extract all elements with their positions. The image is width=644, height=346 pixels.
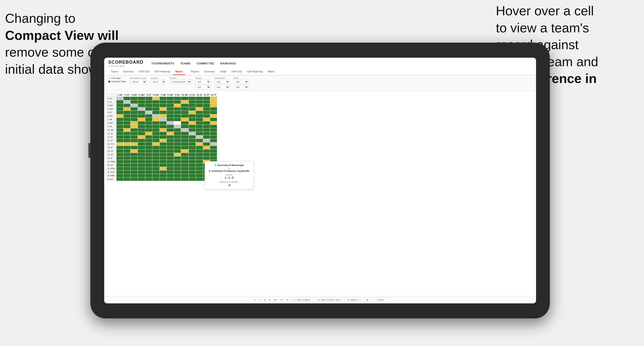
- matrix-cell[interactable]: [189, 118, 196, 121]
- matrix-cell[interactable]: [116, 139, 124, 142]
- matrix-cell[interactable]: [131, 139, 138, 142]
- matrix-cell[interactable]: [145, 178, 152, 181]
- matrix-cell[interactable]: [160, 178, 167, 181]
- matrix-cell[interactable]: [203, 107, 210, 111]
- matrix-cell[interactable]: [210, 97, 217, 100]
- matrix-cell[interactable]: [131, 178, 138, 181]
- matrix-cell[interactable]: [160, 135, 167, 139]
- matrix-cell[interactable]: [160, 128, 167, 132]
- matrix-cell[interactable]: [210, 121, 217, 125]
- matrix-cell[interactable]: [210, 107, 217, 111]
- matrix-cell[interactable]: [160, 118, 167, 121]
- matrix-cell[interactable]: [116, 160, 124, 163]
- toolbar-undo[interactable]: ↩: [254, 299, 256, 301]
- toolbar-view-original[interactable]: ⊙ View: Original: [291, 298, 313, 302]
- matrix-cell[interactable]: [138, 149, 145, 153]
- matrix-cell[interactable]: [174, 132, 181, 135]
- matrix-cell[interactable]: [203, 128, 210, 132]
- matrix-cell[interactable]: [203, 97, 210, 100]
- tab-detail[interactable]: Detail: [217, 69, 229, 75]
- matrix-cell[interactable]: [138, 118, 145, 121]
- matrix-cell[interactable]: [189, 121, 196, 125]
- matrix-cell[interactable]: [210, 104, 217, 107]
- matrix-cell[interactable]: [152, 132, 160, 135]
- matrix-cell[interactable]: [196, 163, 203, 167]
- matrix-cell[interactable]: [131, 132, 138, 135]
- matrix-cell[interactable]: [145, 128, 152, 132]
- matrix-cell[interactable]: [181, 114, 189, 118]
- matrix-cell[interactable]: [160, 114, 167, 118]
- matrix-cell[interactable]: [189, 100, 196, 104]
- matrix-cell[interactable]: [181, 111, 189, 114]
- matrix-cell[interactable]: [131, 153, 138, 156]
- matrix-cell[interactable]: [181, 121, 189, 125]
- matrix-cell[interactable]: [116, 114, 124, 118]
- matrix-cell[interactable]: [116, 107, 124, 111]
- matrix-cell[interactable]: [124, 149, 131, 153]
- matrix-cell[interactable]: [196, 121, 203, 125]
- select-division[interactable]: NCAA Division I: [170, 80, 192, 84]
- matrix-cell[interactable]: [145, 139, 152, 142]
- matrix-cell[interactable]: [124, 97, 131, 100]
- matrix-cell[interactable]: [181, 100, 189, 104]
- matrix-cell[interactable]: [196, 128, 203, 132]
- matrix-cell[interactable]: [196, 142, 203, 146]
- radio-circle-compact[interactable]: [108, 80, 110, 83]
- matrix-cell[interactable]: [145, 97, 152, 100]
- matrix-cell[interactable]: [174, 174, 181, 178]
- matrix-cell[interactable]: [210, 153, 217, 156]
- toolbar-zoom-in[interactable]: ⊡+: [274, 299, 277, 301]
- matrix-cell[interactable]: [167, 170, 174, 174]
- radio-circle-full[interactable]: [108, 77, 110, 79]
- select-conference[interactable]: (All): [215, 80, 230, 84]
- matrix-cell[interactable]: [196, 97, 203, 100]
- matrix-cell[interactable]: [145, 146, 152, 149]
- tab-h2h-grid2[interactable]: H2H Grid: [229, 69, 244, 75]
- matrix-cell[interactable]: [152, 142, 160, 146]
- matrix-cell[interactable]: [116, 121, 124, 125]
- matrix-cell[interactable]: [196, 125, 203, 128]
- matrix-cell[interactable]: [131, 118, 138, 121]
- matrix-cell[interactable]: [210, 128, 217, 132]
- matrix-cell[interactable]: [189, 97, 196, 100]
- matrix-cell[interactable]: [167, 178, 174, 181]
- matrix-cell[interactable]: [145, 160, 152, 163]
- matrix-cell[interactable]: [152, 153, 160, 156]
- matrix-cell[interactable]: [152, 139, 160, 142]
- matrix-cell[interactable]: [160, 160, 167, 163]
- matrix-cell[interactable]: [167, 149, 174, 153]
- toolbar-zoom-out[interactable]: ⊡-: [280, 299, 283, 301]
- matrix-cell[interactable]: [116, 156, 124, 160]
- matrix-cell[interactable]: [203, 135, 210, 139]
- radio-compact-view[interactable]: Compact View: [108, 80, 126, 83]
- matrix-cell[interactable]: [124, 132, 131, 135]
- matrix-cell[interactable]: [196, 153, 203, 156]
- matrix-cell[interactable]: [124, 121, 131, 125]
- matrix-cell[interactable]: [152, 97, 160, 100]
- matrix-cell[interactable]: [116, 163, 124, 167]
- matrix-cell[interactable]: [160, 107, 167, 111]
- matrix-cell[interactable]: [196, 114, 203, 118]
- matrix-cell[interactable]: [145, 125, 152, 128]
- matrix-cell[interactable]: [145, 135, 152, 139]
- matrix-cell[interactable]: [189, 132, 196, 135]
- matrix-cell[interactable]: [152, 135, 160, 139]
- matrix-cell[interactable]: [189, 156, 196, 160]
- matrix-cell[interactable]: [174, 121, 181, 125]
- matrix-cell[interactable]: [124, 163, 131, 167]
- matrix-cell[interactable]: [116, 149, 124, 153]
- matrix-cell[interactable]: [152, 125, 160, 128]
- matrix-cell[interactable]: [210, 118, 217, 121]
- matrix-cell[interactable]: [131, 167, 138, 170]
- matrix-cell[interactable]: [124, 118, 131, 121]
- matrix-cell[interactable]: [116, 100, 124, 104]
- select-team2[interactable]: (All): [234, 85, 249, 89]
- matrix-cell[interactable]: [189, 142, 196, 146]
- matrix-cell[interactable]: [210, 125, 217, 128]
- matrix-cell[interactable]: [160, 163, 167, 167]
- matrix-cell[interactable]: [138, 111, 145, 114]
- tab-matrix2[interactable]: Matrix: [265, 69, 277, 75]
- nav-tournaments[interactable]: TOURNAMENTS: [151, 62, 174, 65]
- matrix-cell[interactable]: [131, 128, 138, 132]
- matrix-cell[interactable]: [174, 97, 181, 100]
